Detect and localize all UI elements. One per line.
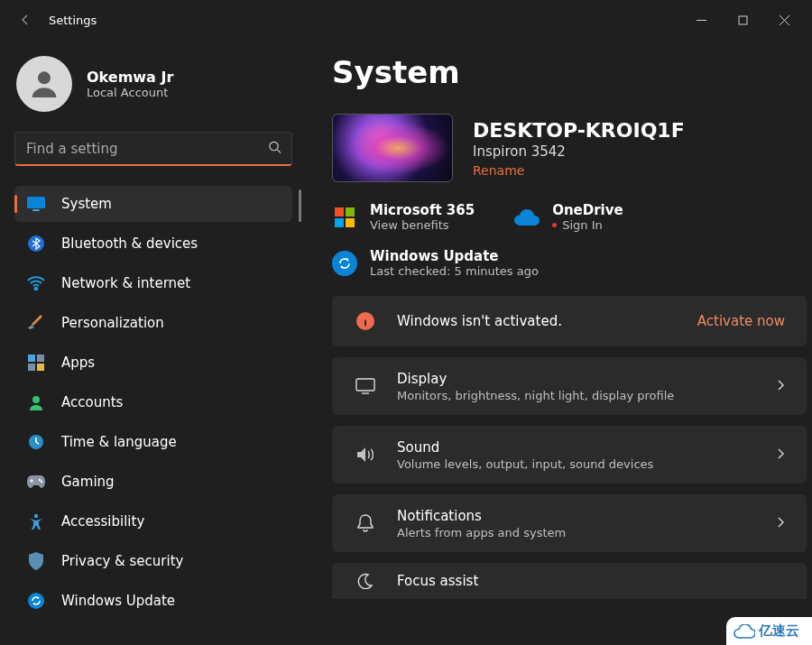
svg-rect-26 [364, 320, 366, 327]
sidebar-item-label: Apps [61, 355, 95, 371]
svg-rect-8 [32, 209, 40, 211]
sidebar-item-privacy[interactable]: Privacy & security [14, 543, 292, 579]
sidebar-item-label: Bluetooth & devices [61, 235, 198, 252]
moon-icon [354, 573, 377, 589]
onedrive-icon [514, 205, 540, 230]
apps-icon [27, 354, 45, 372]
sidebar-item-update[interactable]: Windows Update [14, 583, 292, 619]
m365-icon [332, 205, 357, 230]
device-model: Inspiron 3542 [473, 143, 685, 160]
card-sub: Monitors, brightness, night light, displ… [397, 389, 674, 402]
sidebar-item-label: Windows Update [61, 593, 175, 609]
main: System DESKTOP-KROIQ1F Inspiron 3542 Ren… [307, 40, 812, 645]
svg-point-20 [28, 593, 44, 609]
service-title: Microsoft 365 [370, 202, 475, 218]
sidebar-item-bluetooth[interactable]: Bluetooth & devices [14, 226, 292, 262]
sidebar-item-personalization[interactable]: Personalization [14, 305, 292, 341]
card-sub: Volume levels, output, input, sound devi… [397, 457, 653, 471]
rename-link[interactable]: Rename [473, 163, 685, 178]
service-onedrive[interactable]: OneDrive Sign In [514, 202, 623, 232]
profile-name: Okemwa Jr [87, 69, 173, 86]
activate-now-link[interactable]: Activate now [697, 313, 785, 329]
sidebar-item-label: Accessibility [61, 513, 144, 530]
sidebar-item-label: Gaming [61, 474, 115, 490]
sidebar-item-apps[interactable]: Apps [14, 345, 292, 381]
cloud-icon [734, 624, 755, 639]
service-sub: Sign In [552, 218, 623, 232]
close-button[interactable] [763, 5, 805, 34]
sidebar-item-network[interactable]: Network & internet [14, 265, 292, 301]
accounts-icon [27, 393, 45, 411]
titlebar: Settings [0, 0, 812, 40]
chevron-right-icon [777, 447, 785, 464]
accessibility-icon [27, 512, 45, 530]
sidebar-item-accessibility[interactable]: Accessibility [14, 503, 292, 539]
watermark-text: 亿速云 [759, 622, 799, 640]
maximize-button[interactable] [722, 5, 763, 34]
search-wrap [14, 132, 292, 166]
minimize-button[interactable] [680, 5, 722, 34]
card-sound[interactable]: Sound Volume levels, output, input, soun… [332, 426, 807, 484]
sidebar-item-system[interactable]: System [14, 186, 292, 222]
sidebar-item-gaming[interactable]: Gaming [14, 464, 292, 500]
svg-rect-14 [37, 364, 44, 371]
watermark: 亿速云 [726, 617, 812, 645]
sidebar-item-label: Network & internet [61, 275, 190, 291]
card-display[interactable]: Display Monitors, brightness, night ligh… [332, 357, 807, 415]
svg-point-18 [41, 481, 42, 483]
bell-icon [354, 513, 377, 533]
service-sub: View benefits [370, 218, 475, 232]
gamepad-icon [27, 473, 45, 491]
window-controls [680, 5, 805, 34]
nav: System Bluetooth & devices Network & int… [14, 186, 292, 619]
sidebar-item-label: System [61, 196, 112, 212]
svg-point-15 [32, 396, 40, 403]
service-sub-text: Sign In [562, 218, 603, 232]
svg-point-4 [38, 71, 51, 84]
profile-sub: Local Account [87, 86, 173, 99]
svg-rect-12 [37, 355, 44, 362]
activation-message: Windows isn't activated. [397, 313, 562, 329]
card-title: Display [397, 371, 674, 387]
device-image [332, 114, 453, 182]
service-m365[interactable]: Microsoft 365 View benefits [332, 202, 475, 232]
profile-block[interactable]: Okemwa Jr Local Account [14, 49, 292, 132]
svg-point-5 [270, 142, 278, 150]
svg-rect-13 [28, 364, 35, 371]
svg-point-10 [35, 288, 38, 290]
info-icon [354, 312, 377, 330]
window-title: Settings [49, 14, 97, 27]
svg-point-27 [364, 316, 367, 318]
svg-rect-11 [28, 355, 35, 362]
update-icon [27, 592, 45, 610]
wifi-icon [27, 274, 45, 292]
sidebar: Okemwa Jr Local Account System Bluetooth… [0, 40, 307, 645]
card-title: Sound [397, 439, 653, 456]
svg-rect-21 [335, 207, 344, 217]
bluetooth-icon [27, 235, 45, 253]
svg-rect-28 [356, 379, 374, 391]
search-input[interactable] [14, 132, 292, 166]
update-title: Windows Update [370, 248, 539, 264]
card-sub: Alerts from apps and system [397, 526, 566, 539]
sidebar-item-time[interactable]: Time & language [14, 424, 292, 460]
scrollbar-thumb[interactable] [299, 189, 301, 222]
clock-icon [27, 433, 45, 451]
card-focus-assist[interactable]: Focus assist [332, 563, 807, 599]
page-title: System [332, 54, 807, 90]
minimize-icon [697, 15, 706, 25]
activation-card[interactable]: Windows isn't activated. Activate now [332, 296, 807, 346]
shield-icon [27, 552, 45, 570]
card-notifications[interactable]: Notifications Alerts from apps and syste… [332, 494, 807, 552]
close-icon [780, 15, 789, 25]
update-circle-icon [332, 251, 357, 276]
back-button[interactable] [7, 2, 43, 38]
sidebar-item-label: Accounts [61, 394, 123, 410]
windows-update-block[interactable]: Windows Update Last checked: 5 minutes a… [332, 248, 807, 278]
sidebar-item-accounts[interactable]: Accounts [14, 384, 292, 420]
svg-line-6 [277, 150, 281, 153]
alert-dot-icon [552, 223, 557, 227]
arrow-left-icon [18, 13, 32, 27]
device-name: DESKTOP-KROIQ1F [473, 119, 685, 142]
chevron-right-icon [777, 378, 785, 395]
